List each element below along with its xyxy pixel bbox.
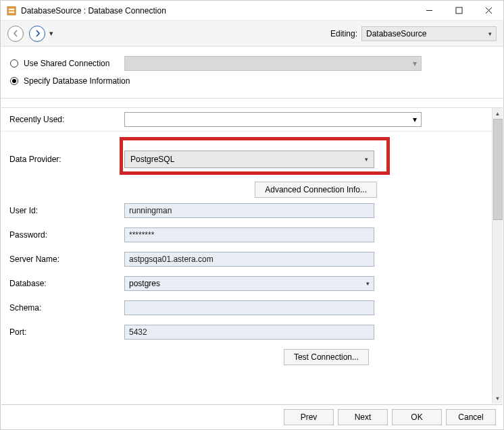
use-shared-row: Use Shared Connection ▾ (10, 56, 494, 71)
user-id-label: User Id: (9, 206, 124, 215)
specify-db-label: Specify Database Information (24, 76, 130, 86)
schema-input[interactable] (124, 300, 374, 315)
data-provider-value: PostgreSQL (130, 155, 174, 164)
user-id-input[interactable]: runningman (124, 203, 374, 218)
chevron-down-icon: ▾ (488, 30, 492, 37)
svg-rect-1 (9, 9, 14, 10)
window-controls (414, 1, 503, 21)
scroll-down-icon[interactable]: ▼ (493, 393, 503, 404)
close-button[interactable] (474, 1, 503, 21)
scroll-up-icon[interactable]: ▲ (493, 108, 503, 119)
advanced-connection-button[interactable]: Advanced Connection Info... (255, 182, 377, 198)
password-input[interactable]: ******** (124, 227, 374, 242)
chevron-down-icon: ▾ (365, 156, 368, 163)
port-label: Port: (9, 327, 124, 337)
database-select[interactable]: postgres ▾ (124, 276, 374, 291)
recently-used-select[interactable]: ▾ (124, 112, 422, 127)
ok-button[interactable]: OK (392, 409, 442, 425)
form-area: Recently Used: ▾ Data Provider: PostgreS… (1, 107, 503, 404)
nav-forward-button[interactable] (29, 26, 45, 42)
app-icon (6, 5, 17, 16)
maximize-button[interactable] (444, 1, 474, 21)
nav-toolbar: ▾ Editing: DatabaseSource ▾ (1, 21, 503, 47)
connection-mode-section: Use Shared Connection ▾ Specify Database… (1, 47, 503, 99)
schema-label: Schema: (9, 303, 124, 313)
specify-db-row: Specify Database Information (10, 76, 494, 86)
editing-value: DatabaseSource (366, 29, 426, 38)
svg-rect-2 (9, 11, 14, 13)
vertical-scrollbar[interactable]: ▲ ▼ (492, 108, 503, 404)
nav-dropdown-icon[interactable]: ▾ (49, 29, 53, 38)
window-title: DatabaseSource : Database Connection (21, 6, 414, 16)
chevron-down-icon: ▾ (413, 59, 417, 68)
recently-used-row: Recently Used: ▾ (1, 108, 492, 132)
database-label: Database: (9, 279, 124, 288)
editing-select[interactable]: DatabaseSource ▾ (361, 26, 497, 41)
data-provider-label: Data Provider: (9, 155, 124, 164)
connection-fields: User Id: runningman Password: ******** S… (1, 203, 492, 365)
minimize-button[interactable] (414, 1, 444, 21)
svg-rect-4 (456, 7, 462, 14)
cancel-button[interactable]: Cancel (446, 409, 496, 425)
data-provider-select[interactable]: PostgreSQL ▾ (124, 151, 374, 168)
svg-rect-0 (7, 7, 16, 15)
shared-connection-select[interactable]: ▾ (124, 56, 422, 71)
test-connection-button[interactable]: Test Connection... (284, 349, 369, 365)
server-name-label: Server Name: (9, 254, 124, 264)
chevron-down-icon: ▾ (366, 280, 370, 287)
recently-used-label: Recently Used: (9, 115, 124, 124)
password-label: Password: (9, 230, 124, 240)
use-shared-label: Use Shared Connection (24, 59, 109, 68)
chevron-down-icon: ▾ (413, 115, 417, 124)
radio-use-shared[interactable] (10, 59, 18, 68)
port-input[interactable]: 5432 (124, 325, 374, 340)
radio-specify-db[interactable] (10, 77, 18, 85)
dialog-footer: Prev Next OK Cancel (1, 404, 503, 429)
server-name-input[interactable]: astpgsqa01.astera.com (124, 252, 374, 267)
title-bar: DatabaseSource : Database Connection (1, 1, 503, 21)
next-button[interactable]: Next (338, 409, 388, 425)
editing-label: Editing: (330, 29, 357, 38)
nav-back-button[interactable] (7, 26, 24, 42)
data-provider-section: Data Provider: PostgreSQL ▾ (1, 132, 492, 176)
prev-button[interactable]: Prev (284, 409, 334, 425)
scroll-thumb[interactable] (493, 119, 503, 220)
